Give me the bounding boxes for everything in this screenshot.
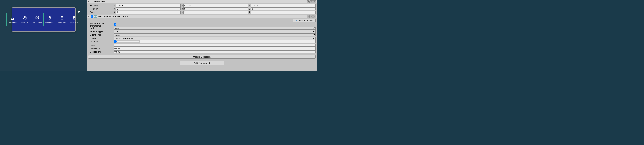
menu-label: Menu One — [9, 21, 17, 23]
ignore-inactive-checkbox[interactable] — [114, 23, 116, 26]
menu-item-four-b[interactable]: Menu Four — [56, 13, 68, 26]
pin-icon[interactable] — [77, 9, 81, 13]
svg-point-1 — [49, 16, 50, 17]
distance-field[interactable] — [140, 40, 316, 43]
bar-chart-icon — [10, 16, 15, 20]
menu-label: Menu Two — [21, 21, 29, 23]
cell-height-label: Cell Height — [90, 51, 114, 53]
distance-slider[interactable] — [114, 40, 140, 43]
menu-item-two[interactable]: Menu Two — [19, 13, 31, 26]
position-x-field[interactable] — [116, 4, 181, 7]
component-preset-button[interactable]: ≡ — [310, 0, 313, 3]
cell-width-label: Cell Width — [90, 47, 114, 50]
position-label: Position — [90, 4, 114, 7]
sort-type-select[interactable]: None — [114, 26, 316, 30]
position-z-field[interactable] — [251, 4, 316, 7]
menu-label: Menu Four — [46, 21, 54, 23]
transform-gizmo-icon — [91, 0, 93, 3]
component-menu-button[interactable]: ⚙ — [313, 0, 316, 3]
component-help-button[interactable]: ? — [307, 15, 310, 18]
rotation-label: Rotation — [90, 8, 114, 10]
scale-y-field[interactable] — [183, 11, 248, 14]
help-icon: ? — [296, 19, 297, 22]
cell-width-field[interactable] — [114, 47, 316, 50]
hand-skeleton-icon — [60, 16, 64, 20]
layout-label: Layout — [90, 37, 114, 40]
sort-type-label: Sort Type — [90, 27, 114, 29]
foldout-icon[interactable]: ▼ — [88, 0, 90, 2]
axis-y-label: Y — [181, 4, 183, 7]
menu-row: Menu One Menu Two Menu Three Menu Four M… — [6, 13, 80, 26]
cube-icon — [35, 16, 40, 20]
rotation-x-field[interactable] — [116, 8, 181, 10]
svg-point-9 — [74, 16, 74, 17]
rows-label: Rows — [90, 44, 114, 46]
transform-title: Transform — [94, 0, 306, 3]
surface-type-label: Surface Type — [90, 30, 114, 32]
surface-type-select[interactable]: Plane — [114, 30, 316, 33]
svg-point-2 — [50, 16, 50, 17]
grid-collection-title: Grid Object Collection (Script) — [98, 15, 306, 18]
menu-item-one[interactable]: Menu One — [6, 13, 19, 26]
orient-type-label: Orient Type — [90, 34, 114, 36]
scale-z-field[interactable] — [251, 11, 316, 14]
svg-point-8 — [73, 16, 74, 17]
svg-point-3 — [50, 17, 51, 17]
rotation-y-field[interactable] — [183, 8, 248, 10]
update-collection-button[interactable]: Update Collection — [88, 55, 316, 58]
svg-point-4 — [61, 16, 62, 17]
svg-point-10 — [74, 16, 75, 17]
script-icon: c# — [94, 16, 97, 18]
cell-height-field[interactable] — [114, 50, 316, 54]
grid-collection-header[interactable]: ▼ c# Grid Object Collection (Script) ? ≡… — [87, 15, 317, 18]
foldout-icon[interactable]: ▼ — [88, 16, 90, 18]
scale-label: Scale — [90, 11, 114, 14]
svg-point-7 — [62, 17, 63, 17]
menu-label: Menu Four — [70, 21, 78, 23]
component-help-button[interactable]: ? — [307, 0, 310, 3]
svg-point-6 — [62, 16, 62, 17]
scale-x-field[interactable] — [116, 11, 181, 14]
scene-viewport[interactable]: Menu One Menu Two Menu Three Menu Four M… — [0, 0, 87, 72]
component-enable-checkbox[interactable] — [91, 15, 93, 18]
hand-skeleton-icon — [48, 16, 52, 20]
rows-field[interactable] — [114, 44, 316, 47]
hand-skeleton-icon — [72, 16, 76, 20]
ignore-inactive-label: Ignore Inactive Transforms — [90, 22, 114, 27]
hand-icon — [23, 16, 27, 20]
transform-header[interactable]: ▼ Transform ? ≡ ⚙ — [87, 0, 317, 4]
transform-body: Position X Y Z Rotation X Y Z Scale X Y … — [87, 4, 317, 15]
axis-x-label: X — [114, 4, 116, 7]
menu-label: Menu Four — [58, 21, 66, 23]
grid-collection-body: Ignore Inactive Transforms Sort Type Non… — [87, 22, 317, 54]
layout-select[interactable]: Column Then Row — [114, 37, 316, 40]
svg-point-5 — [62, 16, 62, 17]
component-menu-button[interactable]: ⚙ — [313, 15, 316, 18]
documentation-button[interactable]: ?Documentation — [293, 19, 316, 22]
svg-point-11 — [75, 17, 75, 17]
svg-point-0 — [49, 16, 49, 17]
orient-type-select[interactable]: None — [114, 34, 316, 36]
rotation-z-field[interactable] — [251, 8, 316, 10]
menu-item-three[interactable]: Menu Three — [31, 13, 44, 26]
position-y-field[interactable] — [183, 4, 248, 7]
inspector-panel: ▼ Transform ? ≡ ⚙ Position X Y Z Rotatio… — [87, 0, 317, 72]
distance-label: Distance — [90, 40, 114, 43]
component-preset-button[interactable]: ≡ — [310, 15, 313, 18]
add-component-button[interactable]: Add Component — [180, 61, 224, 65]
axis-z-label: Z — [248, 4, 250, 7]
menu-label: Menu Three — [32, 21, 42, 23]
menu-item-four-c[interactable]: Menu Four — [68, 13, 80, 26]
menu-item-four-a[interactable]: Menu Four — [44, 13, 56, 26]
